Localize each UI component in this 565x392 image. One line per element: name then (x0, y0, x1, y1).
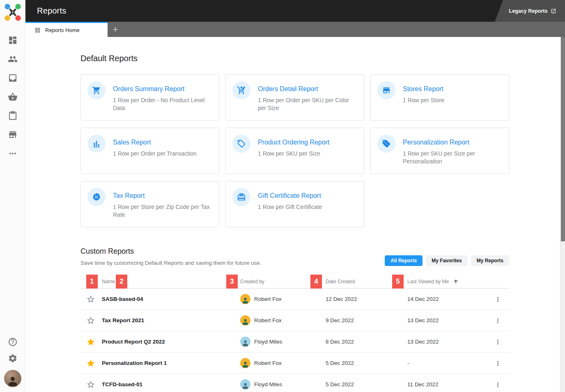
report-card: Personalization Report 1 Row per SKU per… (370, 128, 509, 174)
creator-avatar (240, 379, 250, 390)
column-header-name[interactable]: Name (102, 279, 115, 284)
creator-avatar (240, 294, 250, 304)
report-name[interactable]: Tax Report 2021 (102, 317, 144, 323)
user-avatar[interactable] (4, 370, 21, 387)
report-card-subtitle: 1 Row per Store per Zip Code per Tax Rat… (113, 203, 212, 219)
more-icon[interactable] (8, 149, 18, 158)
last-viewed-value: - (407, 360, 409, 366)
table-row: TCFD-based-01 Floyd Miles 5 Dec 2022 11 … (80, 374, 509, 392)
report-name[interactable]: Product Report Q2 2022 (102, 339, 165, 345)
reports-page: Reports Help Legacy Reports Reports Home… (0, 0, 565, 392)
dashboard-icon[interactable] (8, 35, 18, 45)
tab-label: Reports Home (45, 27, 80, 33)
report-card-icon (87, 188, 106, 206)
report-card-title[interactable]: Orders Detail Report (258, 85, 357, 93)
scrollbar-thumb[interactable] (561, 37, 565, 241)
report-card-title[interactable]: Personalization Report (403, 139, 502, 146)
annotation-badge-3: 3 (226, 275, 238, 289)
report-card: Stores Report 1 Row per Store (370, 74, 509, 121)
legacy-reports-label: Legacy Reports (509, 8, 548, 14)
favorite-star-icon[interactable] (86, 316, 95, 325)
settings-gear-icon[interactable] (8, 353, 18, 363)
report-name[interactable]: Personalization Report 1 (102, 360, 167, 366)
column-header-date-created[interactable]: Date Created (326, 279, 355, 284)
custom-reports-table: 1 Name 2 3 Created by 4 Date Created 5 L… (80, 275, 509, 392)
grid-view-icon (34, 27, 41, 33)
report-card-title[interactable]: Tax Report (113, 192, 212, 199)
filter-my-favorites-button[interactable]: My Favorites (426, 255, 467, 266)
column-header-created-by[interactable]: Created by (240, 279, 264, 284)
creator-name: Robert Fox (254, 360, 282, 366)
report-card: Tax Report 1 Row per Store per Zip Code … (80, 181, 219, 227)
creator-avatar (240, 337, 250, 347)
sort-arrow-up-icon[interactable] (453, 279, 459, 284)
people-icon[interactable] (8, 54, 18, 64)
row-menu-kebab-icon[interactable] (493, 380, 503, 390)
legacy-reports-button[interactable]: Legacy Reports (495, 0, 565, 22)
report-card: Sales Report 1 Row per Order per Transac… (80, 128, 219, 174)
report-card-icon (87, 135, 106, 153)
favorite-star-icon[interactable] (86, 337, 95, 346)
report-card-subtitle: 1 Row per Store (403, 96, 444, 104)
last-viewed-value: 14 Dec 2022 (407, 296, 439, 302)
report-card: Gift Certificate Report 1 Row per Gift C… (225, 181, 364, 227)
creator-name: Robert Fox (254, 317, 282, 323)
filter-my-reports-button[interactable]: My Reports (471, 255, 509, 266)
date-created-value: 8 Dec 2022 (326, 339, 354, 345)
report-card-icon (377, 81, 395, 99)
app-sidebar (0, 0, 25, 392)
report-card-title[interactable]: Stores Report (403, 85, 444, 93)
row-menu-kebab-icon[interactable] (493, 337, 503, 347)
date-created-value: 5 Dec 2022 (326, 381, 354, 387)
page-title: Reports (37, 6, 66, 16)
favorite-star-icon[interactable] (86, 295, 95, 304)
creator-avatar (240, 358, 250, 368)
date-created-value: 9 Dec 2022 (326, 317, 354, 323)
column-header-last-viewed[interactable]: Last Viewed by Me (407, 279, 459, 284)
report-card-title[interactable]: Sales Report (113, 139, 197, 146)
vertical-scrollbar[interactable] (560, 37, 565, 392)
report-name[interactable]: SASB-based-04 (102, 296, 143, 302)
report-card-subtitle: 1 Row per Order - No Product Level Data (113, 96, 212, 112)
last-viewed-value: 13 Dec 2022 (407, 339, 439, 345)
clipboard-icon[interactable] (8, 111, 18, 121)
table-row: Tax Report 2021 Robert Fox 9 Dec 2022 13… (80, 310, 509, 331)
report-card: Orders Detail Report 1 Row per Order per… (225, 74, 364, 121)
help-icon[interactable] (8, 337, 18, 347)
row-menu-kebab-icon[interactable] (493, 316, 503, 326)
report-name[interactable]: TCFD-based-01 (102, 381, 142, 387)
report-card-icon (377, 135, 395, 153)
row-menu-kebab-icon[interactable] (493, 358, 503, 368)
default-reports-heading: Default Reports (80, 54, 560, 63)
table-row: SASB-based-04 Robert Fox 12 Dec 2022 14 … (80, 289, 509, 310)
report-card: Orders Summary Report 1 Row per Order - … (80, 74, 219, 121)
sidebar-bottom (4, 337, 21, 392)
basket-icon[interactable] (8, 92, 18, 102)
favorite-star-icon[interactable] (86, 380, 95, 389)
annotation-badge-2: 2 (116, 275, 127, 289)
store-icon[interactable] (8, 130, 18, 140)
creator-name: Robert Fox (254, 296, 282, 302)
table-row: Product Report Q2 2022 Floyd Miles 8 Dec… (80, 331, 509, 353)
custom-reports-section: Custom Reports Save time by customizing … (80, 247, 509, 392)
report-card-title[interactable]: Gift Certificate Report (258, 192, 322, 199)
tab-bar: Reports Home + (25, 22, 565, 37)
report-card: Product Ordering Report 1 Row per SKU pe… (225, 128, 364, 174)
external-link-icon (551, 8, 556, 14)
app-logo-icon (3, 2, 23, 22)
table-body: SASB-based-04 Robert Fox 12 Dec 2022 14 … (80, 289, 509, 392)
report-card-icon (232, 188, 250, 206)
report-filters: All Reports My Favorites My Reports (385, 255, 509, 266)
report-card-icon (232, 81, 250, 99)
creator-avatar (240, 315, 250, 326)
date-created-value: 5 Dec 2022 (326, 360, 354, 366)
add-tab-button[interactable]: + (108, 22, 123, 37)
report-card-title[interactable]: Orders Summary Report (113, 85, 212, 93)
table-header: 1 Name 2 3 Created by 4 Date Created 5 L… (80, 275, 509, 289)
tab-reports-home[interactable]: Reports Home (25, 22, 108, 37)
filter-all-reports-button[interactable]: All Reports (385, 255, 423, 266)
row-menu-kebab-icon[interactable] (493, 294, 503, 304)
inbox-icon[interactable] (8, 73, 18, 83)
report-card-title[interactable]: Product Ordering Report (258, 139, 329, 146)
favorite-star-icon[interactable] (86, 359, 95, 368)
